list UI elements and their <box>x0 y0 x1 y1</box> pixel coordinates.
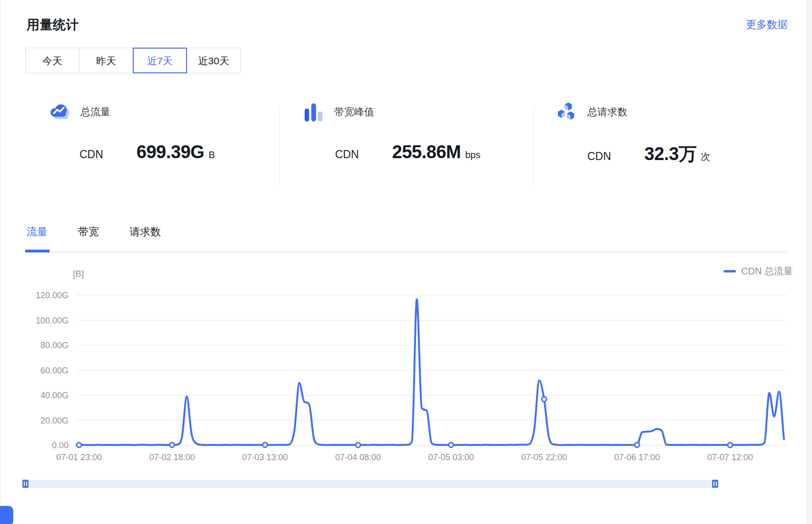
series-marker[interactable] <box>356 443 360 447</box>
x-tick-label: 07-03 13:00 <box>242 453 288 462</box>
y-tick-label: 0.00 <box>52 441 69 450</box>
datazoom-left-handle[interactable] <box>22 480 29 488</box>
series-marker[interactable] <box>169 443 174 447</box>
datazoom-right-handle[interactable] <box>712 480 718 488</box>
y-tick-label: 60.00G <box>40 366 69 375</box>
usage-statistics-card: 用量统计 更多数据 今天 昨天 近7天 近30天 <box>0 0 807 524</box>
y-tick-label: 120.00G <box>36 291 69 300</box>
usage-line-chart[interactable]: 0.0020.00G40.00G60.00G80.00G100.00G120.0… <box>0 0 812 524</box>
series-marker[interactable] <box>449 443 454 447</box>
y-tick-label: 40.00G <box>40 391 69 400</box>
x-tick-label: 07-06 17:00 <box>614 453 660 462</box>
x-tick-label: 07-05 22:00 <box>521 453 567 462</box>
series-marker[interactable] <box>263 443 267 447</box>
x-tick-label: 07-05 03:00 <box>428 453 474 462</box>
series-marker[interactable] <box>635 443 640 447</box>
x-tick-label: 07-02 18:00 <box>149 453 195 462</box>
y-tick-label: 80.00G <box>40 341 69 350</box>
screen: 用量统计 更多数据 今天 昨天 近7天 近30天 <box>0 0 812 524</box>
x-tick-label: 07-07 12:00 <box>707 453 753 462</box>
x-tick-label: 07-01 23:00 <box>56 453 102 462</box>
y-tick-label: 100.00G <box>36 316 69 325</box>
range-tab-last7days[interactable]: 近7天 <box>133 48 187 73</box>
x-tick-label: 07-04 08:00 <box>335 453 381 462</box>
series-marker[interactable] <box>728 443 733 447</box>
datazoom-track[interactable] <box>22 480 718 488</box>
series-line-cdn-total-traffic <box>79 299 784 445</box>
series-marker[interactable] <box>77 443 81 447</box>
y-tick-label: 20.00G <box>40 416 69 425</box>
series-marker[interactable] <box>542 397 546 402</box>
floating-widget[interactable] <box>0 506 13 524</box>
